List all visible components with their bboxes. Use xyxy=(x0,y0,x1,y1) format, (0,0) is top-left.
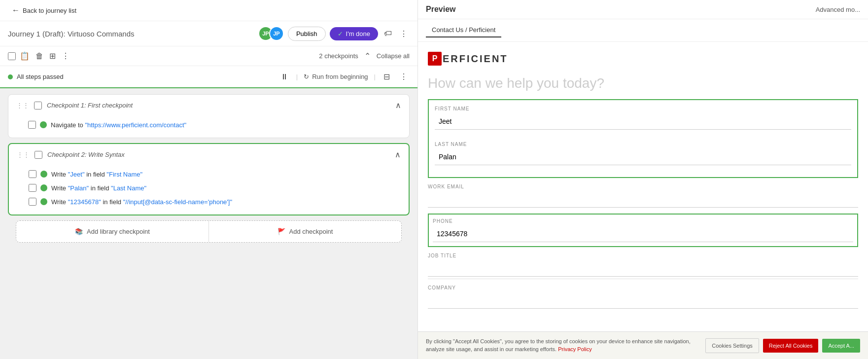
cookie-accept-btn[interactable]: Accept A... xyxy=(822,339,860,353)
phone-input[interactable] xyxy=(433,226,853,242)
journey-name: Virtuoso Commands xyxy=(68,30,135,38)
publish-button[interactable]: Publish xyxy=(288,27,326,41)
toolbar: 📋 🗑 ⊞ ⋮ 2 checkpoints ⌃ Collapse all xyxy=(0,46,417,66)
step-write-lastname-status xyxy=(40,184,47,191)
pause-button[interactable]: ⏸ xyxy=(278,71,290,83)
status-bar: All steps passed ⏸ | ↻ Run from beginnin… xyxy=(0,66,417,88)
step-write-lastname: Write "Palan" in field "Last Name" xyxy=(29,181,401,195)
checkpoint-1-header: ⋮⋮ Checkpoint 1: First checkpoint ∧ xyxy=(8,95,409,116)
checkpoint-1-body: Navigate to "https://www.perficient.com/… xyxy=(8,116,409,138)
add-checkpoint-btn[interactable]: 🚩 Add checkpoint xyxy=(209,221,401,242)
preview-header: Preview Advanced mo... xyxy=(418,0,868,19)
checkpoint-1-collapse[interactable]: ∧ xyxy=(395,101,401,110)
right-panel: Preview Advanced mo... Contact Us / Perf… xyxy=(418,0,868,359)
page-heading: How can we help you today? xyxy=(428,75,858,91)
delete-icon-btn[interactable]: 🗑 xyxy=(34,50,45,63)
status-more-btn[interactable]: ⋮ xyxy=(398,70,410,83)
email-input[interactable] xyxy=(428,191,858,208)
left-panel: ← Back to journey list Journey 1 (Draft)… xyxy=(0,0,418,359)
split-view-btn[interactable]: ⊟ xyxy=(382,70,392,83)
cookie-settings-btn[interactable]: Cookies Settings xyxy=(705,338,759,353)
step-write-firstname-checkbox[interactable] xyxy=(29,170,36,178)
bottom-buttons: 📚 Add library checkpoint 🚩 Add checkpoin… xyxy=(16,220,402,243)
firstname-label: FIRST NAME xyxy=(435,106,851,111)
preview-title: Preview xyxy=(426,5,455,14)
step-navigate-status xyxy=(40,121,47,128)
more-options-button[interactable]: ⋮ xyxy=(398,27,410,40)
add-checkpoint-label: Add checkpoint xyxy=(289,228,333,235)
run-button[interactable]: ↻ Run from beginning xyxy=(304,73,368,80)
journey-content: ⋮⋮ Checkpoint 1: First checkpoint ∧ Navi… xyxy=(0,88,417,359)
step-write-lastname-checkbox[interactable] xyxy=(29,184,36,192)
logo-text: ERFICIENT xyxy=(443,53,508,65)
checkpoint-1-title: Checkpoint 1: First checkpoint xyxy=(47,102,390,109)
grid-icon-btn[interactable]: ⊞ xyxy=(47,49,58,63)
avatar-2: JP xyxy=(269,26,284,41)
company-label: COMPANY xyxy=(428,285,858,290)
cookie-reject-btn[interactable]: Reject All Cookies xyxy=(763,339,819,353)
preview-content: P ERFICIENT How can we help you today? F… xyxy=(418,42,868,359)
checkpoints-count: 2 checkpoints xyxy=(319,52,358,60)
company-input[interactable] xyxy=(428,292,858,309)
lastname-label: LAST NAME xyxy=(435,142,851,147)
company-group: COMPANY xyxy=(428,285,858,309)
back-arrow-icon: ← xyxy=(12,6,20,15)
webpage-simulation: P ERFICIENT How can we help you today? F… xyxy=(418,42,868,359)
firstname-input[interactable] xyxy=(435,113,851,130)
header-bar: Journey 1 (Draft): Virtuoso Commands JP … xyxy=(0,21,417,46)
header-right: JP JP Publish ✓ I'm done 🏷 ⋮ xyxy=(258,26,410,41)
step-write-phone-checkbox[interactable] xyxy=(29,198,36,206)
done-label: I'm done xyxy=(346,30,370,37)
status-dot xyxy=(8,74,13,79)
step-write-lastname-text: Write "Palan" in field "Last Name" xyxy=(51,184,146,192)
journey-title: Journey 1 (Draft): Virtuoso Commands xyxy=(8,30,135,38)
add-library-label: Add library checkpoint xyxy=(87,228,150,235)
refresh-icon: ↻ xyxy=(304,73,309,80)
step-navigate: Navigate to "https://www.perficient.com/… xyxy=(28,118,401,132)
collapse-label: Collapse all xyxy=(377,52,410,60)
checkpoint-2-header: ⋮⋮ Checkpoint 2: Write Syntax ∧ xyxy=(9,144,409,165)
preview-tab-bar: Contact Us / Perficient xyxy=(418,19,868,42)
email-group: WORK EMAIL xyxy=(428,184,858,208)
checkpoint-1-checkbox[interactable] xyxy=(34,102,42,109)
step-write-phone-status xyxy=(40,198,47,205)
jobtitle-group: JOB TITLE xyxy=(428,253,858,279)
done-button[interactable]: ✓ I'm done xyxy=(330,27,378,40)
step-write-phone: Write "12345678" in field "//input[@data… xyxy=(29,195,401,209)
step-write-phone-text: Write "12345678" in field "//input[@data… xyxy=(51,198,232,206)
bookmark-button[interactable]: 🏷 xyxy=(382,27,394,40)
drag-handle-2[interactable]: ⋮⋮ xyxy=(17,151,30,158)
checkpoints-info: 2 checkpoints ⌃ Collapse all xyxy=(319,49,410,63)
flag-icon: 🚩 xyxy=(278,228,285,235)
jobtitle-input[interactable] xyxy=(428,260,858,277)
journey-title-area: Journey 1 (Draft): Virtuoso Commands xyxy=(8,30,135,38)
toolbar-more-btn[interactable]: ⋮ xyxy=(60,49,71,63)
checkpoint-2-checkbox[interactable] xyxy=(35,151,42,159)
collapse-icon[interactable]: ⌃ xyxy=(362,49,373,63)
select-all-checkbox[interactable] xyxy=(8,52,16,60)
phone-highlight-box: PHONE xyxy=(428,214,858,247)
checkpoint-2-collapse[interactable]: ∧ xyxy=(395,150,401,159)
journey-label: Journey 1 (Draft): xyxy=(8,30,66,38)
back-button[interactable]: ← Back to journey list xyxy=(8,4,80,17)
copy-icon-btn[interactable]: 📋 xyxy=(18,49,32,63)
phone-label: PHONE xyxy=(433,218,853,224)
step-navigate-checkbox[interactable] xyxy=(28,121,36,129)
cookie-text: By clicking "Accept All Cookies", you ag… xyxy=(426,338,701,353)
advanced-mode-btn[interactable]: Advanced mo... xyxy=(816,6,860,13)
firstname-group: FIRST NAME xyxy=(435,106,851,130)
add-library-checkpoint-btn[interactable]: 📚 Add library checkpoint xyxy=(16,221,208,242)
step-navigate-text: Navigate to "https://www.perficient.com/… xyxy=(51,121,186,129)
drag-handle-1[interactable]: ⋮⋮ xyxy=(16,102,29,109)
checkpoint-1: ⋮⋮ Checkpoint 1: First checkpoint ∧ Navi… xyxy=(8,94,410,138)
status-left: All steps passed xyxy=(8,73,64,80)
cookie-privacy-link[interactable]: Privacy Policy xyxy=(558,346,591,352)
jobtitle-label: JOB TITLE xyxy=(428,253,858,258)
checkpoint-2: ⋮⋮ Checkpoint 2: Write Syntax ∧ Write "J… xyxy=(8,143,410,215)
email-label: WORK EMAIL xyxy=(428,184,858,189)
tab-contact-us[interactable]: Contact Us / Perficient xyxy=(426,23,501,37)
lastname-input[interactable] xyxy=(435,149,851,165)
step-write-firstname-text: Write "Jeet" in field "First Name" xyxy=(51,171,142,178)
checkpoint-2-title: Checkpoint 2: Write Syntax xyxy=(47,151,390,158)
check-icon: ✓ xyxy=(338,30,343,37)
